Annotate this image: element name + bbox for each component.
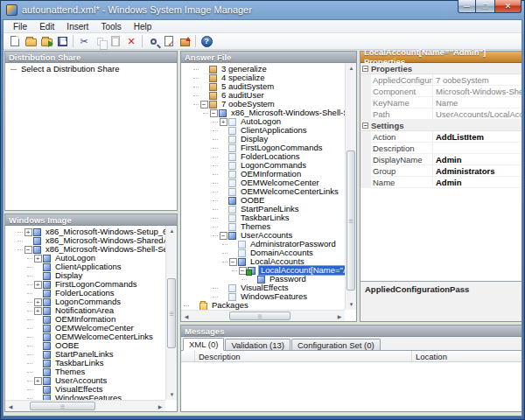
tree-item[interactable]: Select a Distribution Share: [5, 65, 177, 74]
scrollbar-thumb[interactable]: ☰: [30, 402, 95, 410]
property-row[interactable]: ActionAddListItem: [360, 131, 522, 143]
scrollbar-thumb[interactable]: ☰: [167, 278, 176, 348]
property-category[interactable]: −Properties: [360, 63, 522, 74]
titlebar[interactable]: autounattend.xml* - Windows System Image…: [0, 0, 525, 19]
collapse-icon[interactable]: −: [24, 246, 32, 254]
scroll-up-icon[interactable]: ▲: [166, 226, 177, 236]
tree-connector: [27, 311, 32, 312]
menu-insert[interactable]: Insert: [60, 20, 94, 32]
scroll-left-icon[interactable]: ◀: [181, 311, 192, 321]
workspace: Distribution Share Select a Distribution…: [4, 50, 522, 416]
expand-icon[interactable]: +: [34, 377, 42, 385]
tree-item[interactable]: ClientApplications: [5, 262, 177, 271]
cut-button[interactable]: ✂: [76, 34, 92, 49]
scroll-up-icon[interactable]: ▲: [346, 63, 356, 74]
app-icon: [6, 4, 18, 16]
property-value[interactable]: AddListItem: [432, 131, 522, 142]
collapse-icon[interactable]: −: [220, 232, 228, 240]
scroll-down-icon[interactable]: ▼: [166, 389, 177, 400]
tree-connector: [213, 139, 218, 140]
property-row[interactable]: AppliedConfigurationPas7 oobeSystem: [360, 74, 522, 86]
scroll-right-icon[interactable]: ▶: [155, 401, 165, 411]
maximize-button[interactable]: □: [476, 0, 494, 13]
find-button[interactable]: [145, 34, 161, 49]
scroll-down-icon[interactable]: ▼: [346, 299, 356, 310]
open-image-button[interactable]: [38, 34, 54, 49]
scroll-right-icon[interactable]: ▶: [334, 311, 345, 321]
property-row[interactable]: ComponentMicrosoft-Windows-Shell-Setup: [360, 86, 522, 97]
collapse-icon[interactable]: −: [200, 101, 208, 108]
open-folder-button[interactable]: [23, 34, 38, 49]
cube-solid-icon: [43, 263, 51, 271]
tree-item[interactable]: 5 auditSystem: [181, 82, 356, 91]
property-value[interactable]: Admin: [432, 154, 522, 164]
expand-icon[interactable]: +: [34, 298, 42, 306]
tree-item[interactable]: 3 generalize: [181, 65, 356, 74]
expand-icon[interactable]: +: [34, 281, 42, 289]
property-row[interactable]: PathUserAccounts/LocalAccounts/: [360, 108, 522, 120]
tree-connector: [213, 200, 218, 201]
property-value[interactable]: Administrators: [432, 165, 522, 176]
scroll-left-icon[interactable]: ◀: [5, 401, 16, 411]
property-value: Name: [432, 97, 522, 108]
collapse-icon[interactable]: −: [229, 258, 237, 266]
collapse-icon[interactable]: −: [362, 66, 368, 72]
scrollbar-thumb[interactable]: ☰: [346, 150, 355, 290]
collapse-icon[interactable]: −: [362, 122, 368, 129]
property-category[interactable]: −Settings: [360, 120, 522, 131]
tree-connector: [193, 104, 199, 105]
tree-item[interactable]: ClientApplications: [181, 126, 356, 135]
tree-connector: [27, 319, 32, 320]
horizontal-scrollbar[interactable]: ◀ ☰ ▶: [5, 400, 165, 411]
tab-configuration-set-0[interactable]: Configuration Set (0): [291, 339, 381, 350]
property-row[interactable]: KeyNameName: [360, 97, 522, 108]
menu-tools[interactable]: Tools: [94, 20, 127, 32]
row-gutter: [360, 165, 371, 176]
tree-item[interactable]: TaskbarLinks: [5, 359, 177, 368]
description-column-header[interactable]: Description: [195, 351, 412, 361]
expand-icon[interactable]: +: [24, 228, 32, 236]
collapse-icon[interactable]: −: [210, 109, 218, 117]
property-row[interactable]: DisplayNameAdmin: [360, 154, 522, 165]
cube-solid-icon: [43, 342, 51, 350]
tab-xml-0[interactable]: XML (0): [183, 338, 224, 351]
property-row[interactable]: GroupAdministrators: [360, 165, 522, 177]
tree-item[interactable]: Packages: [181, 301, 356, 310]
vertical-scrollbar[interactable]: ▲ ☰ ▼: [345, 63, 356, 310]
help-button[interactable]: ?: [199, 34, 214, 49]
properties-panel: LocalAccount[Name="Admin"] Properties −P…: [360, 51, 522, 322]
property-value[interactable]: [432, 143, 522, 153]
tree-connector: [27, 372, 32, 373]
property-name: KeyName: [371, 98, 432, 108]
messages-list[interactable]: [181, 363, 522, 411]
save-button[interactable]: [54, 34, 70, 49]
create-config-set-button[interactable]: [177, 34, 192, 49]
menu-edit[interactable]: Edit: [33, 20, 60, 32]
tree-connector: [193, 87, 199, 88]
tree-item[interactable]: OEMWelcomeCenterLinks: [5, 332, 177, 341]
property-row[interactable]: NameAdmin: [360, 177, 522, 188]
tree-item[interactable]: WindowsFeatures: [181, 292, 356, 301]
location-column-header[interactable]: Location: [412, 351, 522, 361]
tree-connector: [193, 95, 199, 96]
property-value[interactable]: Admin: [432, 177, 522, 187]
cube-light-icon: [228, 223, 236, 231]
scrollbar-thumb[interactable]: ☰: [229, 312, 290, 320]
menu-help[interactable]: Help: [128, 20, 158, 32]
expand-icon[interactable]: +: [34, 255, 42, 262]
vertical-scrollbar[interactable]: ▲ ☰ ▼: [165, 226, 177, 400]
expand-icon[interactable]: +: [34, 307, 42, 315]
tree-item[interactable]: −LocalAccount[Name="Admin"]: [181, 266, 356, 275]
expand-icon[interactable]: +: [220, 118, 228, 126]
tree-item[interactable]: OEMWelcomeCenterLinks: [181, 187, 356, 196]
menu-file[interactable]: File: [7, 20, 33, 32]
minimize-button[interactable]: ─: [458, 0, 476, 13]
new-file-button[interactable]: [7, 34, 23, 49]
horizontal-scrollbar[interactable]: ◀ ☰ ▶: [181, 310, 345, 321]
validate-button[interactable]: [161, 34, 177, 49]
close-button[interactable]: ✕: [494, 0, 522, 13]
cube-solid-icon: [43, 255, 51, 262]
property-row[interactable]: Description: [360, 143, 522, 154]
delete-button[interactable]: ✕: [123, 34, 139, 49]
tab-validation-13[interactable]: Validation (13): [225, 339, 290, 350]
